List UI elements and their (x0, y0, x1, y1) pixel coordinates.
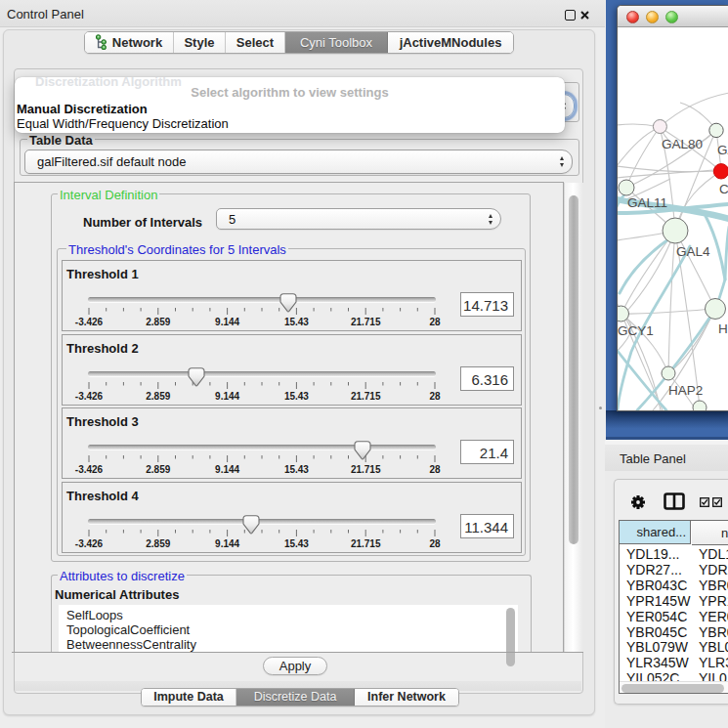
table-row[interactable]: YDR27...YDR2 (620, 562, 728, 578)
table-row[interactable]: YDL19...YDL1 (620, 546, 728, 562)
table-row[interactable]: YBL079WYBL0 (620, 639, 728, 655)
scrollbar-thumb[interactable] (569, 195, 578, 544)
cell-shared-name: YER054C (626, 609, 687, 624)
network-node[interactable] (713, 164, 728, 179)
table-data-combobox[interactable]: galFiltered.sif default node (24, 150, 573, 174)
column-header-shared-name[interactable]: shared... (620, 521, 691, 544)
discretize-form-panel: Interval Definition Number of Intervals … (14, 182, 564, 652)
cell-name: YER0 (699, 609, 728, 624)
network-node[interactable] (663, 218, 688, 243)
network-window-titlebar[interactable] (618, 6, 728, 27)
slider-thumb[interactable] (242, 515, 260, 535)
viewport-divider (12, 652, 583, 653)
slider-track[interactable] (88, 519, 436, 524)
control-panel-tabbar: NetworkStyleSelectCyni ToolboxjActiveMNo… (84, 31, 514, 54)
tick-label: 9.144 (215, 317, 239, 327)
threshold-box-4: Threshold 4-3.4262.8599.14415.4321.71528… (62, 482, 522, 553)
table-row[interactable]: YER054CYER0 (620, 609, 728, 624)
table-data-group-label: Table Data (27, 133, 95, 148)
slider-track[interactable] (88, 371, 436, 376)
slider-tick-labels: -3.4262.8599.14415.4321.71528 (63, 538, 520, 548)
tab-discretize-data[interactable]: Discretize Data (236, 689, 355, 706)
zoom-light[interactable] (665, 11, 678, 23)
splitter-handle[interactable] (599, 407, 602, 409)
cell-name: YLR3 (699, 655, 728, 670)
table-row[interactable]: YBR045CYBR0 (620, 624, 728, 640)
table-hscrollbar[interactable] (620, 681, 728, 694)
threshold-box-3: Threshold 3-3.4262.8599.14415.4321.71528… (62, 407, 522, 479)
slider-thumb[interactable] (279, 293, 297, 313)
float-panel-icon[interactable] (565, 10, 576, 21)
tick-label: -3.426 (75, 391, 103, 402)
tab-jactivemnodules[interactable]: jActiveMNodules (388, 32, 513, 53)
tab-label: Cyni Toolbox (300, 35, 372, 50)
attribute-item[interactable]: TopologicalCoefficient (59, 622, 503, 637)
network-node[interactable] (706, 299, 726, 320)
node-label: GA (717, 143, 728, 157)
network-edge (668, 231, 675, 373)
network-edge (621, 309, 715, 314)
form-scrollbar[interactable] (564, 183, 583, 652)
tick-label: -3.426 (75, 464, 103, 475)
gear-icon[interactable] (630, 494, 646, 510)
scrollbar-thumb[interactable] (621, 684, 724, 693)
close-light[interactable] (626, 11, 639, 23)
tab-cyni-toolbox[interactable]: Cyni Toolbox (285, 32, 388, 53)
scrollbar-thumb[interactable] (506, 608, 515, 666)
cell-shared-name: YBR045C (626, 624, 687, 640)
threshold-label: Threshold 1 (66, 267, 139, 281)
cell-shared-name: YBL079W (626, 639, 688, 655)
threshold-value-field[interactable]: 6.316 (460, 366, 514, 391)
popup-item-equal-width[interactable]: Equal Width/Frequency Discretization (17, 116, 229, 131)
threshold-label: Threshold 2 (66, 341, 139, 356)
table-row[interactable]: YPR145WYPR1 (620, 593, 728, 609)
table-row[interactable]: YLR345WYLR3 (620, 655, 728, 670)
control-panel-title: Control Panel (7, 7, 84, 21)
tab-infer-network[interactable]: Infer Network (355, 689, 458, 706)
cyni-mode-tabbar: Impute DataDiscretize DataInfer Network (141, 688, 459, 707)
threshold-value-field[interactable]: 21.4 (460, 440, 514, 464)
attribute-item[interactable]: BetweennessCentrality (59, 637, 503, 652)
slider-thumb[interactable] (188, 367, 205, 387)
network-node[interactable] (618, 306, 629, 321)
popup-item-manual-discretization[interactable]: Manual Discretization (17, 102, 148, 116)
tab-style[interactable]: Style (174, 32, 226, 53)
attributes-list[interactable]: SelfLoopsTopologicalCoefficientBetweenne… (59, 605, 503, 652)
apply-button[interactable]: Apply (263, 657, 327, 675)
tab-select[interactable]: Select (226, 32, 285, 53)
slider-thumb[interactable] (354, 441, 371, 460)
tick-label: 2.859 (146, 464, 170, 475)
cell-shared-name: YLR345W (626, 655, 689, 670)
minimize-light[interactable] (646, 11, 659, 23)
node-table: shared... na YDL19...YDL1YDR27...YDR2YBR… (619, 520, 728, 694)
network-canvas[interactable]: GAL80GACGAL11GAL4GCY1HHAP2 (618, 26, 728, 410)
network-node[interactable] (619, 180, 634, 195)
network-node[interactable] (653, 120, 666, 134)
tab-network[interactable]: Network (85, 32, 174, 53)
attribute-item[interactable]: SelfLoops (59, 608, 503, 622)
slider-tick-labels: -3.4262.8599.14415.4321.71528 (63, 464, 520, 474)
threshold-value-field[interactable]: 11.344 (460, 514, 514, 538)
network-node[interactable] (709, 123, 723, 137)
number-of-intervals-label: Number of Intervals (83, 215, 202, 230)
tab-label: jActiveMNodules (400, 35, 502, 50)
slider-track[interactable] (88, 445, 436, 450)
tick-label: 28 (429, 464, 440, 475)
threshold-value-field[interactable]: 14.713 (460, 292, 514, 317)
control-panel-titlebar: Control Panel (0, 0, 605, 27)
number-of-intervals-combobox[interactable]: 5 (216, 208, 501, 230)
slider-track[interactable] (88, 297, 436, 302)
checkbox-checked-icon[interactable] (700, 497, 709, 507)
network-edge (621, 231, 675, 314)
tab-impute-data[interactable]: Impute Data (142, 689, 236, 706)
network-node[interactable] (662, 366, 675, 380)
network-node[interactable] (693, 401, 707, 410)
checkbox-checked-icon[interactable] (712, 497, 722, 507)
slider-ticks (63, 455, 520, 463)
table-row[interactable]: YBR043CYBR0 (620, 578, 728, 593)
attributes-list-scrollbar[interactable] (503, 605, 518, 652)
cell-name: YBR0 (699, 578, 728, 593)
column-header-name[interactable]: na (692, 521, 728, 544)
split-view-icon[interactable] (664, 492, 685, 510)
close-panel-icon[interactable] (580, 11, 589, 20)
